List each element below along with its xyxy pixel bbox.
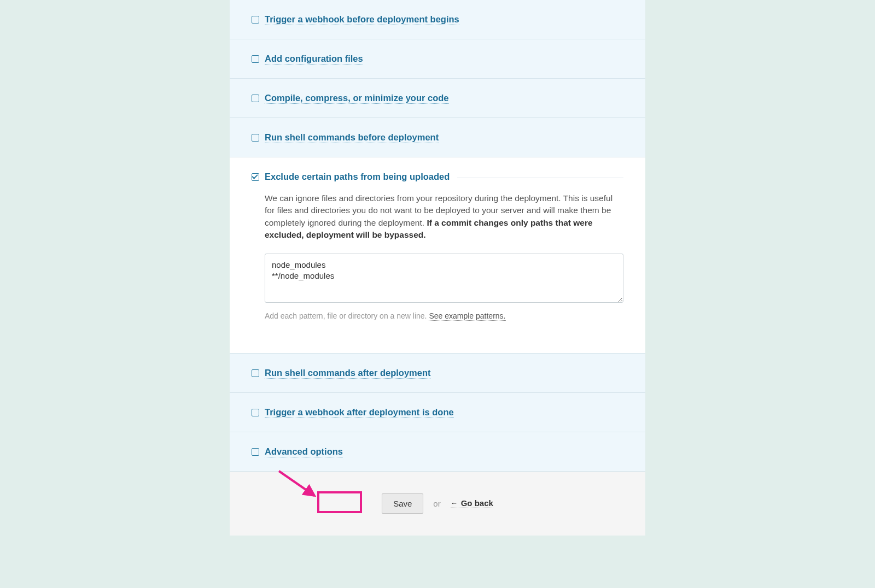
section-exclude-paths: Exclude certain paths from being uploade… xyxy=(230,157,645,353)
annotation-arrow-icon xyxy=(276,468,325,501)
section-trigger-webhook-after[interactable]: Trigger a webhook after deployment is do… xyxy=(230,393,645,432)
section-description: We can ignore files and directories from… xyxy=(265,192,623,242)
checkbox-icon[interactable] xyxy=(252,16,259,23)
save-button[interactable]: Save xyxy=(382,493,423,514)
section-compile-compress[interactable]: Compile, compress, or minimize your code xyxy=(230,79,645,118)
section-run-shell-before[interactable]: Run shell commands before deployment xyxy=(230,118,645,157)
checkbox-icon[interactable] xyxy=(252,369,259,377)
section-title[interactable]: Run shell commands after deployment xyxy=(265,368,430,379)
section-run-shell-after[interactable]: Run shell commands after deployment xyxy=(230,353,645,393)
section-trigger-webhook-before[interactable]: Trigger a webhook before deployment begi… xyxy=(230,0,645,39)
go-back-link[interactable]: ← Go back xyxy=(451,498,493,508)
settings-panel: Trigger a webhook before deployment begi… xyxy=(230,0,645,536)
section-title[interactable]: Add configuration files xyxy=(265,54,363,64)
or-divider: or xyxy=(433,499,440,508)
section-title[interactable]: Trigger a webhook before deployment begi… xyxy=(265,14,459,25)
section-title[interactable]: Trigger a webhook after deployment is do… xyxy=(265,407,454,418)
arrow-left-icon: ← xyxy=(451,499,458,507)
checkbox-icon[interactable] xyxy=(252,95,259,102)
section-title[interactable]: Compile, compress, or minimize your code xyxy=(265,93,449,104)
checkbox-icon[interactable] xyxy=(252,448,259,456)
exclude-paths-input[interactable] xyxy=(265,254,623,303)
section-add-config-files[interactable]: Add configuration files xyxy=(230,39,645,79)
checkbox-icon[interactable] xyxy=(252,55,259,63)
checkbox-checked-icon[interactable] xyxy=(252,173,259,181)
checkbox-icon[interactable] xyxy=(252,134,259,142)
example-patterns-link[interactable]: See example patterns. xyxy=(429,311,505,321)
footer-actions: Save or ← Go back xyxy=(230,472,645,536)
divider xyxy=(457,178,623,178)
svg-line-1 xyxy=(279,471,314,496)
hint-text: Add each pattern, file or directory on a… xyxy=(265,311,623,320)
section-title[interactable]: Advanced options xyxy=(265,446,343,457)
section-title[interactable]: Run shell commands before deployment xyxy=(265,132,439,143)
checkbox-icon[interactable] xyxy=(252,409,259,416)
section-advanced-options[interactable]: Advanced options xyxy=(230,432,645,472)
section-title[interactable]: Exclude certain paths from being uploade… xyxy=(265,172,450,183)
